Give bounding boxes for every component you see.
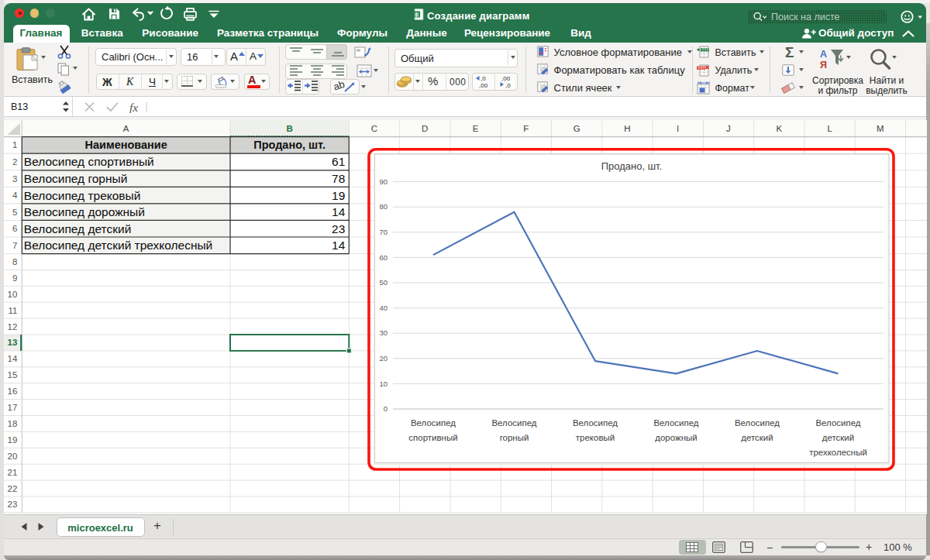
- svg-text:M: M: [877, 124, 884, 133]
- svg-text:19: 19: [8, 435, 18, 445]
- svg-text:Продано, шт.: Продано, шт.: [601, 160, 662, 172]
- svg-text:22: 22: [8, 484, 18, 493]
- svg-text:,00: ,00: [501, 75, 511, 82]
- svg-text:21: 21: [8, 468, 18, 477]
- svg-text:горный: горный: [500, 433, 529, 442]
- svg-text:80: 80: [379, 202, 388, 211]
- svg-text:Велосипед дорожный: Велосипед дорожный: [24, 205, 145, 218]
- svg-text:Велосипед спортивный: Велосипед спортивный: [24, 155, 154, 168]
- svg-text:I: I: [677, 124, 679, 133]
- svg-text:детский: детский: [741, 433, 773, 442]
- svg-text:Я: Я: [820, 60, 827, 70]
- svg-text:C: C: [371, 124, 377, 133]
- svg-text:61: 61: [332, 155, 345, 168]
- svg-text:70: 70: [379, 228, 388, 236]
- svg-text:D: D: [422, 124, 428, 133]
- svg-text:10: 10: [8, 290, 18, 299]
- svg-text:7: 7: [12, 241, 17, 250]
- svg-text:Продано, шт.: Продано, шт.: [253, 139, 326, 151]
- svg-text:60: 60: [379, 253, 388, 262]
- svg-text:Велосипед: Велосипед: [573, 418, 618, 428]
- svg-text:детский: детский: [822, 433, 854, 442]
- svg-text:Наименование: Наименование: [85, 139, 167, 151]
- svg-text:,0: ,0: [480, 75, 486, 82]
- svg-text:F: F: [523, 124, 529, 133]
- svg-text:Велосипед: Велосипед: [491, 418, 536, 428]
- svg-text:2: 2: [12, 157, 17, 167]
- svg-text:14: 14: [332, 205, 346, 218]
- svg-text:Велосипед трековый: Велосипед трековый: [24, 189, 141, 202]
- svg-text:дорожный: дорожный: [655, 433, 697, 442]
- svg-text:,0: ,0: [505, 82, 511, 89]
- svg-text:Велосипед детский: Велосипед детский: [24, 222, 132, 235]
- svg-text:K: K: [776, 124, 782, 133]
- svg-text:1: 1: [12, 140, 17, 149]
- svg-text:12: 12: [8, 322, 18, 332]
- svg-text:15: 15: [8, 370, 18, 380]
- svg-text:30: 30: [379, 328, 388, 337]
- svg-text:5: 5: [12, 208, 17, 217]
- svg-text:Велосипед: Велосипед: [815, 418, 860, 428]
- svg-text:H: H: [624, 124, 630, 133]
- svg-text:3: 3: [12, 174, 17, 184]
- svg-text:8: 8: [12, 257, 17, 266]
- svg-text:23: 23: [8, 500, 18, 509]
- svg-text:A: A: [123, 124, 129, 133]
- svg-text:Велосипед: Велосипед: [411, 418, 456, 428]
- svg-text:16: 16: [8, 387, 18, 396]
- svg-text:14: 14: [8, 354, 18, 363]
- svg-text:Велосипед: Велосипед: [735, 418, 780, 428]
- svg-text:13: 13: [8, 338, 18, 347]
- svg-text:40: 40: [379, 304, 388, 312]
- svg-text:А: А: [820, 49, 827, 60]
- svg-text:50: 50: [379, 278, 388, 287]
- svg-text:ab: ab: [334, 80, 346, 93]
- svg-text:спортивный: спортивный: [408, 433, 457, 442]
- svg-text:9: 9: [12, 273, 17, 283]
- svg-text:11: 11: [8, 306, 17, 315]
- svg-text:19: 19: [332, 189, 345, 202]
- svg-text:fx: fx: [129, 101, 138, 113]
- svg-text:90: 90: [379, 177, 388, 186]
- svg-text:10: 10: [379, 380, 388, 388]
- svg-text:Велосипед горный: Велосипед горный: [24, 172, 128, 185]
- svg-text:E: E: [473, 124, 479, 133]
- svg-text:23: 23: [332, 222, 345, 235]
- svg-text:17: 17: [8, 403, 18, 412]
- svg-text:20: 20: [379, 354, 388, 362]
- svg-text:78: 78: [332, 172, 345, 185]
- svg-text:трековый: трековый: [576, 433, 615, 442]
- svg-text:6: 6: [12, 224, 17, 233]
- svg-text:G: G: [574, 124, 580, 133]
- svg-text:трехколесный: трехколесный: [809, 448, 867, 457]
- svg-text:,00: ,00: [479, 82, 488, 89]
- svg-text:B: B: [286, 124, 292, 133]
- svg-text:18: 18: [8, 419, 18, 428]
- svg-text:Велосипед: Велосипед: [653, 418, 698, 428]
- svg-text:Велосипед детский трехколесный: Велосипед детский трехколесный: [24, 239, 212, 252]
- svg-text:14: 14: [332, 239, 346, 252]
- svg-text:4: 4: [12, 191, 18, 200]
- svg-text:L: L: [827, 124, 832, 133]
- svg-text:J: J: [726, 124, 731, 133]
- svg-text:20: 20: [8, 452, 18, 461]
- svg-text:0: 0: [384, 404, 388, 413]
